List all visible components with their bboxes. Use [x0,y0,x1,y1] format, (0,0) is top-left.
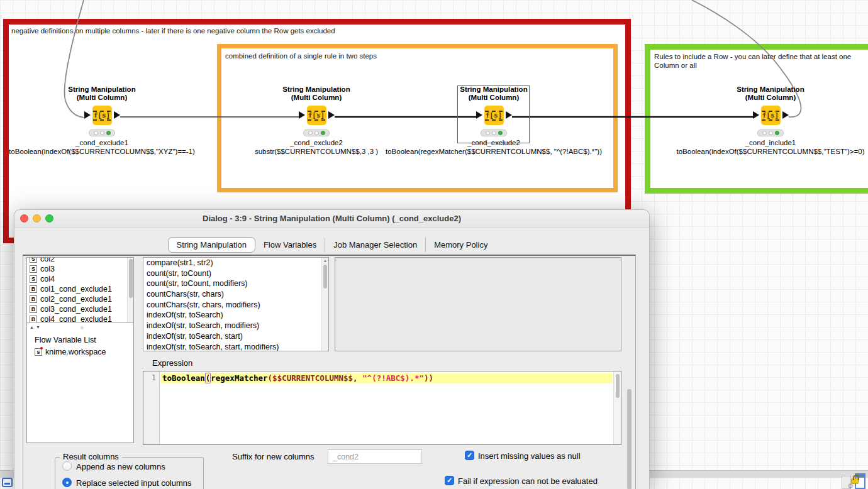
column-list-item[interactable]: B col2_cond_exclude1 [27,294,133,304]
function-item[interactable]: indexOf(str, toSearch, modifiers) [143,321,328,331]
function-item[interactable]: countChars(str, chars) [143,289,328,300]
column-name: col2 [40,258,55,263]
expression-editor[interactable]: 1 toBoolean(regexMatcher($$CURRENTCOLUMN… [143,371,621,445]
string-type-icon: S [30,265,37,273]
column-list-item[interactable]: B col3_cond_exclude1 [27,304,133,314]
string-manipulation-icon[interactable]: f[s] [92,106,112,125]
node-cond-exclude2-regex[interactable]: String Manipulation (Multi Column) f[s] … [443,85,544,156]
function-item[interactable]: compare(str1, str2) [143,258,328,268]
function-description-panel [335,257,621,351]
divider-knob [81,326,84,329]
tab-string-manipulation[interactable]: String Manipulation [168,237,255,253]
dialog-scrollbar[interactable] [626,256,633,489]
boolean-type-icon: B [30,316,37,323]
boolean-type-icon: B [30,305,37,313]
string-manipulation-icon[interactable]: f[s] [484,106,504,125]
function-item[interactable]: countChars(str, chars, modifiers) [143,300,328,310]
split-pane-divider[interactable]: ▲ ▼ [27,323,133,331]
column-name: col1_cond_exclude1 [40,285,112,294]
function-list-scrollbar[interactable]: ▲ [321,258,328,351]
zoom-window-button[interactable] [45,214,53,223]
column-list-item[interactable]: B col1_cond_exclude1 [27,284,133,294]
function-item[interactable]: count(str, toCount) [143,268,328,279]
column-list-item[interactable]: S col4 [27,274,133,284]
output-port[interactable] [328,111,335,119]
icon-glyph: f[s] [762,111,780,121]
node-title: String Manipulation [52,85,152,94]
output-port[interactable] [114,111,120,119]
column-list-item[interactable]: B col4_cond_exclude1 [27,314,133,323]
editor-scrollbar[interactable] [613,371,621,444]
node-expression-label: toBoolean(indexOf($$CURRENTCOLUMN$$,"TES… [677,148,865,156]
node-cond-exclude1[interactable]: String Manipulation (Multi Column) f[s] … [52,85,152,156]
column-list-item[interactable]: S col3 [27,264,133,274]
suffix-label: Suffix for new columns [232,452,314,461]
icon-glyph: f[s] [308,111,326,121]
tab-job-manager-selection[interactable]: Job Manager Selection [325,238,425,252]
knime-workflow-canvas: negative definitions on multiple columns… [0,0,868,489]
flow-variable-list-header: Flow Variable List [27,331,133,347]
console-icon[interactable] [2,478,13,487]
status-green [106,131,111,135]
collapse-up-icon[interactable]: ▲ [30,325,34,329]
string-type-icon: S [30,258,37,263]
close-window-button[interactable] [20,214,28,223]
string-manipulation-icon[interactable]: f[s] [761,106,781,125]
node-custom-name: _cond_exclude1 [52,139,152,147]
replace-columns-radio[interactable] [62,478,72,487]
output-port[interactable] [782,111,789,119]
status-yellow [492,131,496,135]
function-item[interactable]: count(str, toCount, modifiers) [143,278,328,289]
icon-glyph: f[s] [93,111,111,121]
code-token: )) [424,373,433,383]
column-list-item[interactable]: S col2 [27,258,133,264]
node-subtitle: (Multi Column) [720,94,821,102]
status-green [321,131,325,135]
traffic-light-status [303,129,330,136]
append-columns-radio[interactable] [62,461,72,471]
status-red [486,131,490,135]
dialog-titlebar[interactable]: Dialog - 3:9 - String Manipulation (Mult… [14,210,649,228]
expression-code-line[interactable]: toBoolean(regexMatcher($$CURRENTCOLUMN$$… [160,373,613,383]
column-list-scrollbar[interactable] [127,258,133,322]
replace-columns-label: Replace selected input columns [76,478,192,488]
input-port[interactable] [84,111,91,119]
tab-flow-variables[interactable]: Flow Variables [255,238,325,252]
string-manipulation-icon[interactable]: f[s] [307,106,326,125]
node-custom-name: _cond_include1 [720,139,821,147]
flow-variable-type-icon: s [35,348,42,356]
suffix-input[interactable] [328,449,422,464]
input-port[interactable] [753,111,759,119]
collapse-down-icon[interactable]: ▼ [36,325,40,329]
function-item[interactable]: indexOf(str, toSearch) [143,310,328,321]
function-item[interactable]: indexOf(str, toSearch, start) [143,331,328,342]
column-list[interactable]: S col2 S col3 S col4 B col1_cond_exclude… [27,258,133,323]
minimize-window-button[interactable] [33,214,41,223]
input-port[interactable] [299,111,305,119]
dialog-tabbar: String Manipulation Flow Variables Job M… [14,236,649,253]
padlock-icon [851,478,859,484]
result-columns-legend: Result columns [60,452,122,461]
code-token: toBoolean [162,373,205,383]
output-port[interactable] [506,111,512,119]
status-yellow [100,131,104,135]
function-item[interactable]: indexOf(str, toSearch, start, modifiers) [143,342,328,352]
fail-expression-checkbox[interactable]: ✓ [445,476,454,485]
traffic-light-status [481,129,507,136]
column-name: col3_cond_exclude1 [40,305,112,314]
tab-memory-policy[interactable]: Memory Policy [425,238,496,252]
node-cond-include1[interactable]: String Manipulation (Multi Column) f[s] … [720,85,821,156]
node-expression-label: substr($$CURRENTCOLUMN$$,3 ,3 ) [255,148,378,156]
traffic-light-status [89,129,115,136]
locked-table-icon [855,473,865,489]
flow-variable-name: knime.workspace [45,348,106,356]
input-port[interactable] [476,111,482,119]
insert-missing-checkbox[interactable]: ✓ [465,451,474,460]
annotation-text: negative definitions on multiple columns… [9,25,625,37]
scroll-up-icon[interactable]: ▲ [322,258,328,263]
flow-variable-item[interactable]: s knime.workspace [27,347,133,357]
matched-bracket: ( [205,373,211,383]
function-list-panel[interactable]: compare(str1, str2) count(str, toCount) … [143,257,329,351]
node-cond-exclude2-substr[interactable]: String Manipulation (Multi Column) f[s] … [266,85,367,156]
annotation-text: combined definition of a single rule in … [221,48,613,63]
